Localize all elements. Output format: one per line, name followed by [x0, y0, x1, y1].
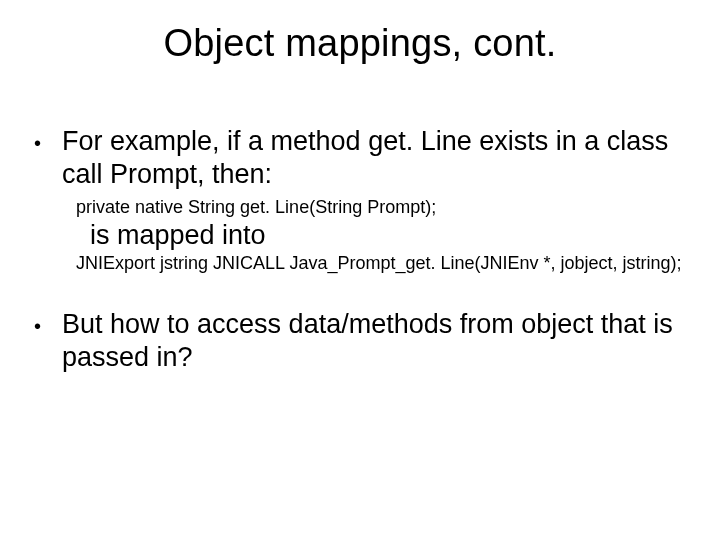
java-code-line: private native String get. Line(String P…	[76, 197, 686, 218]
bullet-marker: •	[34, 125, 62, 155]
bullet-text-1: For example, if a method get. Line exist…	[62, 125, 686, 191]
slide-title: Object mappings, cont.	[34, 22, 686, 65]
c-code-line: JNIExport jstring JNICALL Java_Prompt_ge…	[76, 253, 686, 274]
bullet-text-2: But how to access data/methods from obje…	[62, 308, 686, 374]
bullet-item-1: • For example, if a method get. Line exi…	[34, 125, 686, 274]
mapped-into-label: is mapped into	[90, 220, 686, 251]
bullet-marker: •	[34, 308, 62, 338]
bullet-item-2: • But how to access data/methods from ob…	[34, 308, 686, 374]
